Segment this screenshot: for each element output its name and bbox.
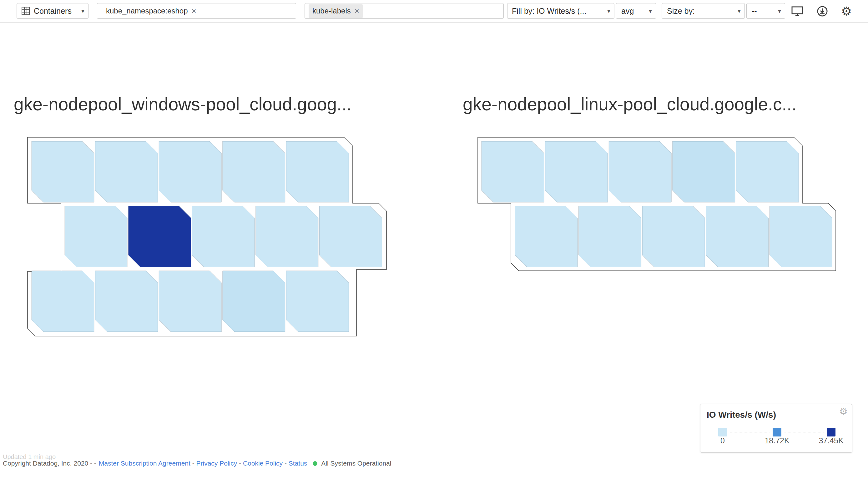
fill-by-label: Fill by: IO Writes/s (... — [512, 6, 586, 15]
status-text: All Systems Operational — [321, 459, 391, 467]
size-by-label: Size by: — [667, 6, 695, 15]
container-tile[interactable] — [223, 271, 285, 332]
size-by-value-dropdown[interactable]: -- ▾ — [746, 3, 785, 19]
containers-dropdown[interactable]: Containers ▾ — [17, 3, 89, 19]
chevron-down-icon: ▾ — [607, 7, 610, 15]
container-tile[interactable] — [736, 141, 799, 202]
footer-link[interactable]: Status — [289, 459, 307, 467]
container-tile[interactable] — [95, 271, 158, 332]
container-tile[interactable] — [159, 271, 221, 332]
container-tile[interactable] — [482, 141, 544, 202]
legend-panel: IO Writes/s (W/s) ⚙ 018.72K37.45K — [700, 404, 852, 453]
container-tile[interactable] — [642, 206, 705, 267]
container-tile[interactable] — [706, 206, 769, 267]
chevron-down-icon: ▾ — [778, 7, 781, 15]
status-dot-icon — [313, 461, 317, 466]
container-tile[interactable] — [95, 141, 158, 202]
container-tile[interactable] — [223, 141, 285, 202]
container-tile[interactable] — [65, 206, 127, 267]
container-tile[interactable] — [128, 206, 191, 267]
size-by-value: -- — [752, 6, 757, 15]
container-tile[interactable] — [673, 141, 735, 202]
container-tile[interactable] — [579, 206, 641, 267]
footer-link-separator: - — [237, 459, 243, 467]
container-tile[interactable] — [319, 206, 382, 267]
footer-link-separator: - — [283, 459, 289, 467]
copyright-text: Copyright Datadog, Inc. 2020 - - — [3, 459, 96, 467]
group-by-tag-label: kube-labels — [312, 6, 351, 15]
footer: Copyright Datadog, Inc. 2020 - - Master … — [3, 459, 391, 467]
filter-tag-remove-icon[interactable]: × — [192, 6, 196, 16]
footer-link-separator: - — [190, 459, 196, 467]
chevron-down-icon: ▾ — [81, 7, 85, 15]
filter-input[interactable]: kube_namespace:eshop × — [97, 3, 296, 19]
legend-label: 0 — [720, 436, 725, 445]
container-tile[interactable] — [192, 206, 254, 267]
legend-swatch — [773, 428, 781, 437]
aggregation-label: avg — [621, 6, 634, 15]
legend-scale: 018.72K37.45K — [701, 404, 853, 453]
top-toolbar: Containers ▾ kube_namespace:eshop × kube… — [0, 0, 868, 23]
container-tile[interactable] — [286, 141, 349, 202]
filter-tag-label: kube_namespace:eshop — [106, 6, 188, 15]
footer-link[interactable]: Master Subscription Agreement — [99, 459, 190, 467]
legend-swatch — [827, 428, 835, 437]
container-tile[interactable] — [545, 141, 608, 202]
legend-connector — [730, 432, 770, 433]
container-tile[interactable] — [286, 271, 349, 332]
download-icon[interactable] — [817, 6, 828, 17]
container-tile[interactable] — [32, 271, 94, 332]
filter-tag: kube_namespace:eshop × — [102, 4, 200, 18]
container-tile[interactable] — [256, 206, 318, 267]
size-by-dropdown[interactable]: Size by: ▾ — [662, 3, 745, 19]
fullscreen-monitor-icon[interactable] — [791, 6, 804, 17]
group-by-tag-remove-icon[interactable]: × — [354, 6, 359, 16]
legend-connector — [784, 432, 824, 433]
settings-gear-icon[interactable]: ⚙ — [841, 5, 852, 17]
containers-dropdown-label: Containers — [34, 6, 72, 15]
fill-by-dropdown[interactable]: Fill by: IO Writes/s (... ▾ — [507, 3, 614, 19]
footer-link[interactable]: Cookie Policy — [243, 459, 283, 467]
group-by-tag: kube-labels × — [309, 4, 363, 18]
container-tile[interactable] — [609, 141, 671, 202]
aggregation-dropdown[interactable]: avg ▾ — [616, 3, 656, 19]
legend-swatch — [718, 428, 727, 437]
container-map — [0, 0, 868, 375]
chevron-down-icon: ▾ — [738, 7, 741, 15]
legend-label: 18.72K — [765, 436, 789, 445]
container-tile[interactable] — [515, 206, 578, 267]
group-by-input[interactable]: kube-labels × — [305, 3, 504, 19]
container-tile[interactable] — [32, 141, 94, 202]
containers-grid-icon — [21, 6, 30, 15]
chevron-down-icon: ▾ — [649, 7, 652, 15]
container-tile[interactable] — [159, 141, 221, 202]
footer-link[interactable]: Privacy Policy — [196, 459, 237, 467]
footer-links: Master Subscription Agreement - Privacy … — [99, 459, 307, 467]
container-tile[interactable] — [770, 206, 832, 267]
legend-label: 37.45K — [818, 436, 843, 445]
